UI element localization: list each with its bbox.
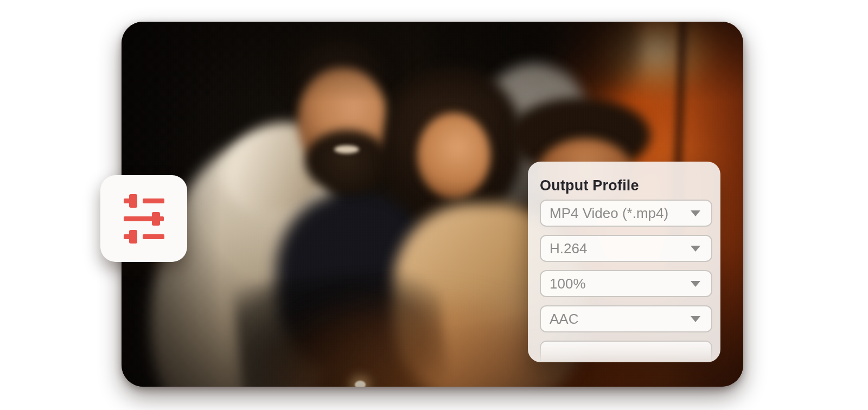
marketing-banner: Output Profile MP4 Video (*.mp4) H.264 1… xyxy=(0,0,868,410)
dropdown-value: H.264 xyxy=(550,240,587,257)
dropdown-partial[interactable] xyxy=(540,341,712,362)
dropdown-quality[interactable]: 100% xyxy=(540,270,712,297)
dropdown-value: AAC xyxy=(550,311,578,328)
chevron-down-icon xyxy=(691,316,700,322)
dropdown-output-format[interactable]: MP4 Video (*.mp4) xyxy=(540,200,712,227)
chevron-down-icon xyxy=(691,281,700,287)
chevron-down-icon xyxy=(691,246,700,252)
slider-row xyxy=(124,230,164,244)
dropdown-video-codec[interactable]: H.264 xyxy=(540,235,712,262)
sliders-icon xyxy=(124,194,164,244)
output-profile-panel: Output Profile MP4 Video (*.mp4) H.264 1… xyxy=(528,162,720,362)
slider-row xyxy=(124,212,164,226)
panel-title: Output Profile xyxy=(540,177,712,194)
slider-knob xyxy=(129,194,137,208)
dropdown-value: 100% xyxy=(550,276,586,292)
slider-row xyxy=(124,194,164,208)
dropdown-value: MP4 Video (*.mp4) xyxy=(550,205,668,222)
slider-knob xyxy=(129,230,137,244)
settings-icon-card xyxy=(100,175,187,262)
dropdown-audio-codec[interactable]: AAC xyxy=(540,305,712,332)
chevron-down-icon xyxy=(691,210,700,216)
slider-knob xyxy=(152,212,160,226)
